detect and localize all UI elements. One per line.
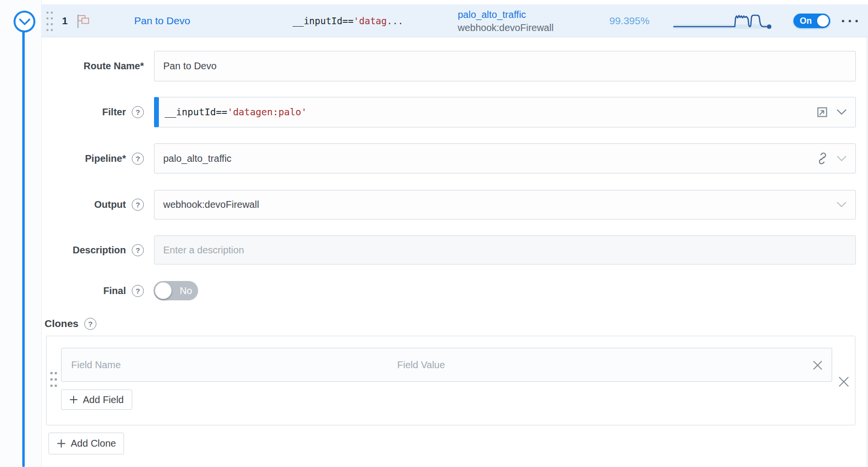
description-label: Description ? (73, 235, 144, 265)
help-icon[interactable]: ? (132, 285, 144, 297)
route-options-menu-icon[interactable] (842, 4, 858, 37)
help-icon[interactable]: ? (132, 106, 144, 118)
description-input[interactable] (154, 235, 856, 265)
final-toggle-label: No (180, 281, 192, 300)
chevron-down-icon (18, 18, 31, 26)
add-field-button-label: Add Field (83, 394, 124, 405)
route-connector-line (22, 30, 25, 467)
throughput-sparkline (673, 12, 776, 31)
pipeline-label: Pipeline* ? (85, 143, 144, 173)
help-icon[interactable]: ? (84, 318, 96, 330)
toggle-knob (817, 15, 829, 27)
plus-icon (57, 439, 66, 448)
expand-editor-icon[interactable] (816, 106, 829, 119)
pipeline-select-value: palo_alto_traffic (163, 153, 232, 164)
output-select[interactable]: webhook:devoFirewall (154, 190, 856, 219)
filter-preview-expression: __inputId== (293, 16, 354, 26)
clones-section-label: Clones ? (45, 316, 96, 331)
route-enabled-toggle-label: On (800, 14, 812, 28)
route-enabled-toggle[interactable]: On (793, 14, 830, 28)
final-toggle[interactable]: No (154, 281, 198, 300)
route-group-rail (0, 0, 42, 467)
output-select-value: webhook:devoFirewall (163, 199, 259, 210)
filter-string-literal: 'datagen:palo' (227, 107, 307, 118)
route-filter-preview: __inputId=='datag... (293, 4, 403, 37)
help-icon[interactable]: ? (132, 153, 144, 165)
toggle-knob (155, 282, 171, 299)
filter-label: Filter ? (102, 97, 144, 127)
filter-preview-ellipsis: ... (387, 16, 403, 26)
pipeline-select[interactable]: palo_alto_traffic (154, 143, 856, 173)
final-label: Final ? (103, 281, 144, 300)
remove-clone-icon[interactable] (837, 375, 851, 389)
flag-icon[interactable] (76, 14, 91, 29)
events-percent: 99.395% (609, 4, 650, 37)
filter-expression: __inputId== (165, 107, 227, 118)
chevron-down-icon[interactable] (837, 156, 847, 162)
filter-expression-input[interactable]: __inputId=='datagen:palo' (154, 97, 856, 127)
route-name-input[interactable] (154, 51, 856, 81)
route-output-summary: webhook:devoFirewall (458, 21, 554, 34)
drag-handle-icon[interactable] (50, 372, 57, 390)
plus-icon (69, 395, 78, 404)
route-pipeline-summary: palo_alto_traffic (458, 8, 554, 21)
route-header-row[interactable]: 1 Pan to Devo __inputId=='datag... palo_… (42, 4, 868, 37)
route-index: 1 (62, 4, 68, 37)
output-label: Output ? (94, 190, 144, 219)
route-title-link[interactable]: Pan to Devo (134, 4, 190, 37)
help-icon[interactable]: ? (132, 244, 144, 256)
help-icon[interactable]: ? (132, 199, 144, 211)
route-io-summary: palo_alto_traffic webhook:devoFirewall (458, 8, 554, 34)
chevron-down-icon[interactable] (837, 109, 847, 115)
clone-field-value-input[interactable] (388, 348, 832, 382)
add-clone-button-label: Add Clone (71, 438, 116, 449)
add-field-button[interactable]: Add Field (61, 389, 132, 410)
drag-handle-icon[interactable] (46, 12, 53, 31)
link-icon[interactable] (816, 152, 829, 165)
clone-row: Add Field (46, 336, 855, 425)
add-clone-button[interactable]: Add Clone (48, 433, 124, 454)
clone-field-name-input[interactable] (61, 348, 388, 382)
remove-field-icon[interactable] (811, 358, 824, 372)
panel-right-edge (867, 37, 868, 467)
chevron-down-icon[interactable] (837, 202, 847, 208)
route-name-label: Route Name* (84, 51, 144, 81)
collapse-route-button[interactable] (14, 11, 35, 32)
filter-preview-string: 'datag (354, 16, 387, 26)
routes-config-screen: 1 Pan to Devo __inputId=='datag... palo_… (0, 0, 868, 467)
